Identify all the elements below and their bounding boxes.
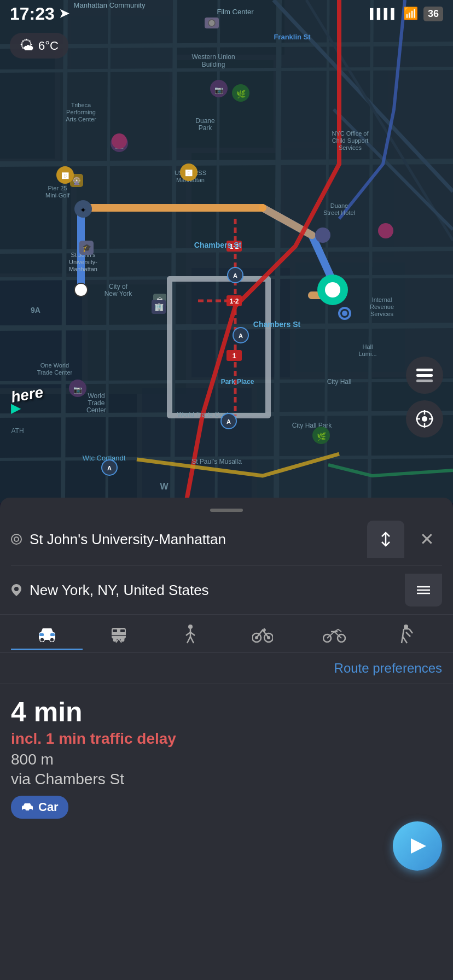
svg-text:1: 1 <box>233 352 236 360</box>
here-logo: here ▶ <box>11 386 43 416</box>
svg-rect-134 <box>416 374 433 377</box>
route-preferences-link[interactable]: Route preferences <box>334 661 442 675</box>
svg-text:W: W <box>160 482 169 491</box>
svg-rect-152 <box>50 633 55 636</box>
origin-row: St John's University-Manhattan ✕ <box>11 513 442 565</box>
clear-button[interactable]: ✕ <box>412 529 442 550</box>
wifi-icon: 📶 <box>403 7 418 21</box>
svg-point-185 <box>22 809 26 812</box>
svg-rect-133 <box>416 369 433 371</box>
svg-text:Pier 25: Pier 25 <box>48 185 67 191</box>
svg-rect-5 <box>0 49 55 159</box>
svg-text:Building: Building <box>202 61 225 68</box>
drag-handle[interactable] <box>210 509 243 512</box>
destination-text[interactable]: New York, NY, United States <box>30 582 397 599</box>
car-icon <box>37 627 57 642</box>
tab-pedestrian[interactable] <box>370 625 442 652</box>
svg-text:🅱: 🅱 <box>185 170 193 177</box>
svg-text:Center: Center <box>86 406 106 414</box>
svg-text:University-: University- <box>69 259 97 265</box>
svg-text:Franklin St: Franklin St <box>274 33 311 41</box>
battery-badge: 36 <box>423 7 443 21</box>
route-delay: incl. 1 min traffic delay <box>11 730 442 748</box>
svg-rect-151 <box>39 633 44 636</box>
svg-line-166 <box>190 637 194 643</box>
svg-point-48 <box>325 282 340 298</box>
svg-rect-16 <box>295 262 405 372</box>
svg-text:Lumi...: Lumi... <box>358 351 376 357</box>
motorcycle-icon <box>323 626 346 643</box>
svg-line-30 <box>63 0 66 503</box>
svg-marker-187 <box>411 838 426 854</box>
svg-text:🌿: 🌿 <box>236 90 246 99</box>
svg-point-46 <box>74 283 88 296</box>
svg-text:🅱: 🅱 <box>62 172 69 180</box>
svg-text:Tribeca: Tribeca <box>71 102 91 108</box>
status-bar: 17:23 ➤ ▌▌▌▌ 📶 36 <box>0 0 453 27</box>
svg-text:Duane: Duane <box>195 117 215 125</box>
temperature-text: 6°C <box>38 39 59 53</box>
tab-walk[interactable] <box>155 625 226 652</box>
svg-rect-155 <box>120 629 125 632</box>
route-preferences-row: Route preferences <box>0 653 453 684</box>
svg-point-131 <box>378 223 393 238</box>
svg-text:Internal: Internal <box>372 296 392 303</box>
svg-text:1·2: 1·2 <box>230 298 239 305</box>
svg-rect-154 <box>113 629 117 632</box>
svg-text:City of: City of <box>109 283 128 290</box>
svg-text:City Hall: City Hall <box>327 378 352 386</box>
tab-car[interactable] <box>11 627 83 650</box>
svg-text:Chambers St: Chambers St <box>194 241 242 249</box>
svg-point-50 <box>342 311 347 316</box>
svg-point-157 <box>113 638 117 642</box>
mode-label: Car <box>38 800 59 814</box>
search-section: St John's University-Manhattan ✕ <box>0 498 453 615</box>
svg-text:Park: Park <box>199 124 213 132</box>
svg-text:Street Hotel: Street Hotel <box>323 209 355 216</box>
svg-text:Trade Center: Trade Center <box>37 369 73 376</box>
svg-text:St Paul's Musalla: St Paul's Musalla <box>191 458 242 465</box>
svg-text:Park Place: Park Place <box>221 378 254 386</box>
svg-line-31 <box>172 0 175 503</box>
transit-icon <box>108 626 129 643</box>
route-info: 4 min incl. 1 min traffic delay 800 m vi… <box>0 684 453 831</box>
map-area[interactable]: 1·2 1·2 1 Manhattan Community Film Cente… <box>0 0 453 503</box>
transport-tabs <box>0 615 453 653</box>
svg-text:Revenue: Revenue <box>370 304 394 310</box>
svg-text:Wtc Cortlandt: Wtc Cortlandt <box>83 454 126 462</box>
svg-point-130 <box>112 133 127 149</box>
start-navigation-button[interactable] <box>393 821 442 871</box>
tab-bike[interactable] <box>226 626 298 651</box>
origin-text[interactable]: St John's University-Manhattan <box>30 531 359 548</box>
bike-icon <box>252 626 273 643</box>
svg-point-137 <box>422 416 427 422</box>
svg-text:A: A <box>107 465 112 471</box>
map-layers-button[interactable] <box>406 357 443 394</box>
svg-line-32 <box>276 0 279 503</box>
svg-text:Services: Services <box>370 311 394 317</box>
options-menu-button[interactable] <box>405 574 442 606</box>
here-logo-text: here <box>10 383 45 406</box>
svg-text:Performing: Performing <box>66 109 96 115</box>
svg-point-161 <box>188 625 193 629</box>
destination-row: New York, NY, United States <box>11 565 442 614</box>
svg-text:9A: 9A <box>31 306 40 314</box>
svg-line-183 <box>409 629 413 633</box>
svg-point-149 <box>40 638 44 642</box>
svg-point-158 <box>120 638 124 642</box>
svg-text:NYC Office of: NYC Office of <box>332 130 369 137</box>
svg-text:🏢: 🏢 <box>154 302 164 312</box>
tab-motorcycle[interactable] <box>298 626 370 651</box>
svg-point-144 <box>14 587 19 591</box>
svg-text:Arts Center: Arts Center <box>66 116 96 122</box>
origin-icon <box>11 534 22 545</box>
swap-directions-button[interactable] <box>367 521 404 558</box>
svg-text:One World: One World <box>40 362 69 369</box>
svg-point-150 <box>50 638 54 642</box>
svg-text:Hall: Hall <box>363 343 373 350</box>
my-location-button[interactable] <box>406 400 443 438</box>
svg-point-142 <box>14 537 19 541</box>
tab-transit[interactable] <box>83 626 154 651</box>
signal-icon: ▌▌▌▌ <box>370 8 398 20</box>
navigation-arrow-icon: ➤ <box>59 7 69 21</box>
